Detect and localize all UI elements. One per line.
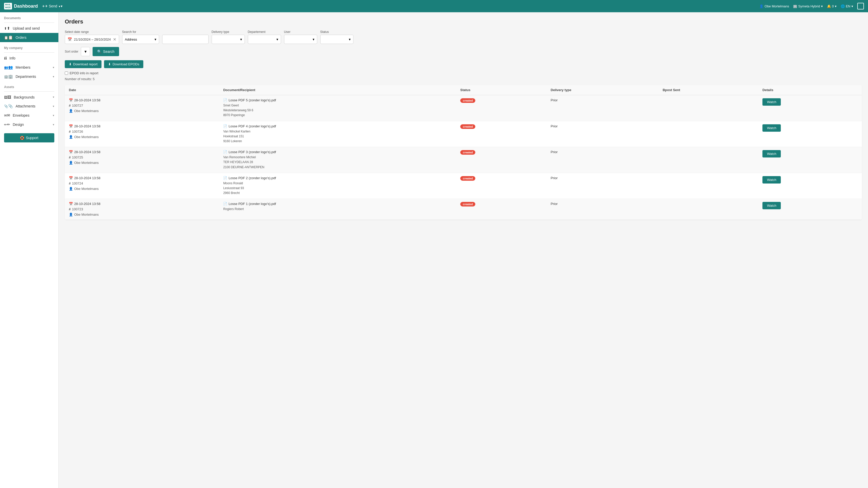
- status-filter: Status ▾: [320, 30, 353, 44]
- file-icon: 📄: [223, 98, 227, 102]
- date-range-filter: Select date range 📅 21/10/2024 – 28/10/2…: [65, 30, 119, 44]
- lang-chevron-icon: ▾: [851, 4, 853, 8]
- sort-order-button[interactable]: ▼: [81, 47, 90, 56]
- order-number: # 100725: [69, 155, 83, 159]
- page-title: Orders: [65, 18, 862, 25]
- cell-bpost-sent: [659, 121, 758, 147]
- search-for-select-wrap[interactable]: Address ▾: [122, 35, 159, 44]
- orders-table: Date Document/Recipient Status Delivery …: [65, 85, 862, 220]
- epod-checkbox[interactable]: [65, 71, 68, 75]
- cell-delivery-type: Prior: [547, 121, 659, 147]
- sidebar-item-orders[interactable]: 📋 Orders: [0, 33, 58, 42]
- doc-address: Van Remoortere MichielTER HEYDELAAN 2821…: [223, 155, 452, 170]
- user-menu[interactable]: 👤 Obe Mortelmans: [760, 4, 789, 8]
- order-date-group: 📅 28-10-2024 13:58 # 100726 👤 Obe Mortel…: [69, 124, 215, 139]
- table-row: 📅 28-10-2024 13:58 # 100724 👤 Obe Mortel…: [65, 173, 862, 199]
- sidebar-item-backgrounds[interactable]: 🖼 Backgrounds ▾: [0, 93, 58, 102]
- members-icon: 👥: [4, 65, 13, 70]
- doc-name: 📄 Losse PDF 4 (zonder logo's).pdf: [223, 124, 452, 128]
- status-select-wrap[interactable]: ▾: [320, 35, 353, 44]
- search-for-select[interactable]: Address: [125, 37, 153, 41]
- department-select-wrap[interactable]: ▾: [248, 35, 281, 44]
- sidebar-item-attachments[interactable]: 📎 Attachments ▾: [0, 102, 58, 111]
- status-select[interactable]: [323, 37, 347, 41]
- search-text-input-wrap[interactable]: [162, 35, 209, 44]
- date-range-value: 21/10/2024 – 28/10/2024: [74, 37, 111, 41]
- download-epods-button[interactable]: ⬇ Download EPODs: [104, 60, 143, 68]
- bell-icon: 🔔: [827, 4, 831, 8]
- doc-address: Rogiers Robert: [223, 207, 452, 211]
- col-date: Date: [65, 85, 219, 95]
- design-chevron-icon: ▾: [53, 123, 54, 126]
- cell-doc-recipient: 📄 Losse PDF 3 (zonder logo's).pdf Van Re…: [219, 147, 456, 173]
- delivery-type-select[interactable]: [214, 37, 239, 41]
- company-menu[interactable]: 🏢 Symeta Hybrid ▾: [793, 4, 823, 8]
- documents-section-label: Documents: [0, 12, 58, 22]
- envelopes-chevron-icon: ▾: [53, 114, 54, 117]
- cell-details: Watch: [758, 173, 862, 199]
- watch-button[interactable]: Watch: [763, 98, 781, 106]
- cell-status: created: [456, 95, 547, 121]
- status-badge: created: [460, 98, 475, 103]
- sidebar-item-design[interactable]: ✏ Design ▾: [0, 120, 58, 129]
- watch-button[interactable]: Watch: [763, 202, 781, 209]
- doc-address: Moons RonaldLesiusstraat 932960 Brecht: [223, 181, 452, 196]
- order-date-group: 📅 28-10-2024 13:58 # 100725 👤 Obe Mortel…: [69, 150, 215, 165]
- department-select[interactable]: [251, 37, 275, 41]
- sidebar-item-upload-send[interactable]: ⬆ Upload and send: [0, 24, 58, 33]
- epod-checkbox-label: EPOD info in report: [70, 71, 98, 75]
- order-date-value: 📅 28-10-2024 13:58: [69, 202, 100, 206]
- hash-icon: #: [69, 155, 71, 159]
- watch-button[interactable]: Watch: [763, 150, 781, 157]
- search-button[interactable]: 🔍 Search: [93, 47, 119, 56]
- date-range-input[interactable]: 📅 21/10/2024 – 28/10/2024 ✕: [65, 35, 119, 44]
- user-filter: User ▾: [284, 30, 317, 44]
- download-epods-icon: ⬇: [108, 62, 111, 66]
- notifications[interactable]: 🔔 0 ▾: [827, 4, 837, 8]
- clear-date-button[interactable]: ✕: [113, 37, 116, 42]
- status-filter-label: Status: [320, 30, 353, 34]
- order-date-value: 📅 28-10-2024 13:58: [69, 150, 100, 154]
- sidebar-item-departments[interactable]: 🏢 Departments ▾: [0, 72, 58, 81]
- status-badge: created: [460, 150, 475, 155]
- search-for-chevron-icon: ▾: [155, 37, 156, 41]
- sidebar-item-envelopes[interactable]: ✉ Envelopes ▾: [0, 111, 58, 120]
- sidebar-item-info[interactable]: ℹ Info: [0, 54, 58, 63]
- cell-status: created: [456, 199, 547, 220]
- cell-status: created: [456, 147, 547, 173]
- search-icon: 🔍: [97, 50, 101, 54]
- cell-doc-recipient: 📄 Losse PDF 4 (zonder logo's).pdf Van Wi…: [219, 121, 456, 147]
- bell-chevron-icon: ▾: [835, 4, 837, 8]
- square-icon[interactable]: [857, 3, 864, 9]
- watch-button[interactable]: Watch: [763, 124, 781, 132]
- download-report-button[interactable]: ⬇ Download report: [65, 60, 101, 68]
- cell-details: Watch: [758, 121, 862, 147]
- send-menu[interactable]: ✈ Send ▾: [42, 4, 63, 8]
- hash-icon: #: [69, 181, 71, 185]
- doc-name: 📄 Losse PDF 2 (zonder logo's).pdf: [223, 176, 452, 180]
- order-date-group: 📅 28-10-2024 13:58 # 100727 👤 Obe Mortel…: [69, 98, 215, 113]
- sidebar-item-members[interactable]: 👥 Members ▾: [0, 63, 58, 72]
- support-button[interactable]: 🛟 Support: [4, 133, 54, 142]
- status-badge: created: [460, 176, 475, 181]
- department-label: Departement: [248, 30, 281, 34]
- order-number: # 100727: [69, 104, 83, 108]
- user-select[interactable]: [287, 37, 311, 41]
- logo[interactable]: MAIL WIZE Dashboard: [4, 3, 38, 9]
- attachments-chevron-icon: ▾: [53, 105, 54, 108]
- language-menu[interactable]: 🌐 EN ▾: [841, 4, 853, 8]
- order-date-group: 📅 28-10-2024 13:58 # 100723 👤 Obe Mortel…: [69, 202, 215, 217]
- search-text-input[interactable]: [165, 37, 206, 41]
- user-icon: 👤: [69, 187, 73, 191]
- user-chevron-icon: ▾: [313, 37, 314, 41]
- department-filter: Departement ▾: [248, 30, 281, 44]
- watch-button[interactable]: Watch: [763, 176, 781, 183]
- calendar-icon: 📅: [69, 176, 73, 180]
- hash-icon: #: [69, 130, 71, 134]
- delivery-type-select-wrap[interactable]: ▾: [212, 35, 245, 44]
- cell-date: 📅 28-10-2024 13:58 # 100727 👤 Obe Mortel…: [65, 95, 219, 121]
- calendar-icon: 📅: [69, 202, 73, 206]
- user-icon: 👤: [69, 109, 73, 113]
- delivery-type-label: Delivery type: [212, 30, 245, 34]
- user-select-wrap[interactable]: ▾: [284, 35, 317, 44]
